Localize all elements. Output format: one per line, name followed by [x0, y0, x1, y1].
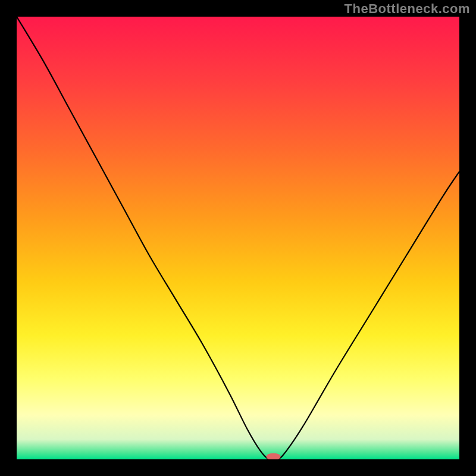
watermark-text: TheBottleneck.com	[345, 1, 470, 17]
plot-area	[17, 17, 459, 459]
bottleneck-chart	[17, 17, 459, 459]
gradient-background	[17, 17, 459, 459]
chart-frame: TheBottleneck.com	[0, 0, 476, 476]
